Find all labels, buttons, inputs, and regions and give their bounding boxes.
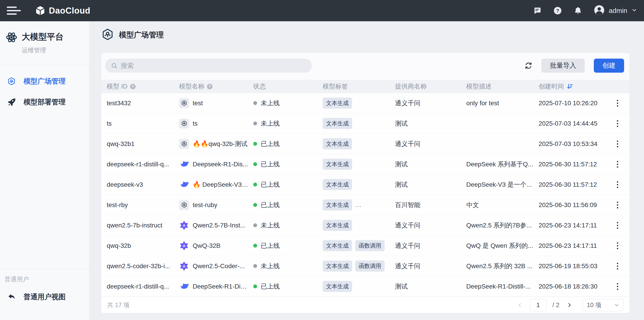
status-label: 已上线 [261,180,280,189]
row-actions-kebab-icon[interactable] [612,219,623,232]
column-header-label: 提供商名称 [395,82,427,91]
model-name: Deepseek-R1-Dis... [193,161,248,168]
model-tags: 文本生成 [323,138,395,149]
refresh-icon[interactable] [523,61,534,71]
help-icon[interactable]: ? [553,6,562,15]
row-actions-kebab-icon[interactable] [612,97,623,110]
created-time: 2025-06-23 14:17:11 [539,222,597,229]
notifications-bell-icon[interactable] [574,6,582,15]
status-dot [253,223,257,227]
svg-text:?: ? [132,84,134,89]
model-name: Qwen2.5-Coder-... [193,262,245,270]
rocket-icon [4,98,18,106]
model-description: 中文 [466,201,479,209]
search-icon [111,62,118,69]
status-dot [253,284,257,288]
chat-icon[interactable] [533,6,542,15]
model-description: DeepSeek-V3 是一个... [466,180,532,189]
provider-name: 测试 [395,180,408,189]
model-id: qwen2.5-coder-32b-i... [107,262,170,270]
table-row: test-rbytest-ruby已上线文本生成...百川智能中文2025-06… [101,195,630,215]
sidebar-item-model-deployment[interactable]: 模型部署管理 [0,92,89,113]
model-tag: 文本生成 [323,240,352,251]
model-name: test [193,100,203,107]
sidebar: 大模型平台 运维管理 模型广场管理 [0,21,90,320]
model-tag: 文本生成 [323,179,352,190]
model-tags: 文本生成... [323,199,395,210]
row-actions-kebab-icon[interactable] [612,158,623,171]
model-id: test3432 [107,100,131,107]
row-actions-kebab-icon[interactable] [612,260,623,272]
created-time: 2025-07-03 14:44:45 [539,120,598,127]
model-name: 🔥🔥qwq-32b-测试 [193,140,248,148]
created-time: 2025-06-19 18:55:03 [539,262,598,270]
provider-name: 百川智能 [395,201,420,209]
model-id: deepseek-v3 [107,181,143,188]
hexagon-model-icon [179,139,189,149]
column-header: 模型描述 [466,82,539,91]
deepseek-model-icon [179,159,189,169]
created-time: 2025-06-18 18:26:30 [539,283,598,290]
sidebar-item-model-marketplace[interactable]: 模型广场管理 [0,71,89,92]
model-name: DeepSeek-R1-Dis... [193,283,249,290]
username: admin [609,7,627,15]
model-table-card: 批量导入 创建 模型 ID?模型名称?状态模型标签提供商名称模型描述创建时间 t… [101,53,630,313]
created-time: 2025-06-23 14:17:11 [539,242,597,249]
hamburger-menu-icon[interactable] [7,5,22,17]
status-label: 已上线 [261,282,280,291]
model-tags: 文本生成 [323,281,395,292]
sidebar-item-normal-user-view[interactable]: 普通用户视图 [0,286,89,307]
status-label: 已上线 [261,201,280,209]
provider-name: 测试 [395,119,408,128]
row-actions-kebab-icon[interactable] [612,117,623,130]
bulk-import-button[interactable]: 批量导入 [541,59,585,73]
row-actions-kebab-icon[interactable] [612,138,623,150]
row-actions-kebab-icon[interactable] [612,178,623,191]
main-content: 模型广场管理 [90,21,644,320]
status-label: 未上线 [261,262,280,270]
help-circle-icon[interactable]: ? [130,84,136,90]
model-tag: 文本生成 [323,98,352,109]
prev-page-icon[interactable] [516,301,524,309]
app-root: DaoCloud ? admin [0,0,644,320]
model-description: DeepSeek 系列基于Q... [466,160,533,169]
model-id: ts [107,120,112,127]
next-page-icon[interactable] [565,301,574,309]
table-row: tsts未上线文本生成测试2025-07-03 14:44:45 [101,113,630,134]
sort-descending-icon[interactable] [566,83,574,90]
row-actions-kebab-icon[interactable] [612,280,623,293]
model-tags: 文本生成函数调用 [323,260,395,271]
model-tag: 文本生成 [323,260,352,271]
hexagon-model-icon [179,98,189,108]
model-tag: 文本生成 [323,138,352,149]
table-row: qwen2.5-coder-32b-i...Qwen2.5-Coder-...未… [101,256,630,276]
page-size-select[interactable]: 10 项 [582,299,624,311]
table-row: deepseek-r1-distill-q...DeepSeek-R1-Dis.… [101,276,630,297]
create-button[interactable]: 创建 [594,59,624,73]
provider-name: 通义千问 [395,140,420,148]
cube-logo-icon [35,5,46,16]
user-menu[interactable]: admin [594,5,637,17]
status-dot [253,142,257,146]
hexagon-model-icon [101,28,114,42]
search-input[interactable] [121,62,306,70]
platform-title: 大模型平台 [22,31,64,43]
page-number-input[interactable] [530,299,546,311]
row-actions-kebab-icon[interactable] [612,199,623,211]
row-actions-kebab-icon[interactable] [612,239,623,252]
status-dot [253,122,257,125]
model-id: deepseek-r1-distill-q... [107,283,169,290]
search-box [105,59,312,73]
created-time: 2025-07-03 10:53:34 [539,140,598,148]
model-tag: 文本生成 [323,281,352,292]
help-circle-icon[interactable]: ? [207,84,213,90]
platform-subtitle: 运维管理 [22,46,64,54]
created-time: 2025-06-30 11:56:09 [539,201,597,209]
sidebar-divider [0,65,89,65]
model-id: qwen2.5-7b-instruct [107,222,162,229]
table-footer: 共 17 项 / 2 10 项 [101,297,630,313]
atom-icon [4,31,18,45]
column-header[interactable]: 创建时间 [539,82,609,91]
column-header: 模型标签 [323,82,395,91]
model-id: deepseek-r1-distill-q... [107,161,169,168]
